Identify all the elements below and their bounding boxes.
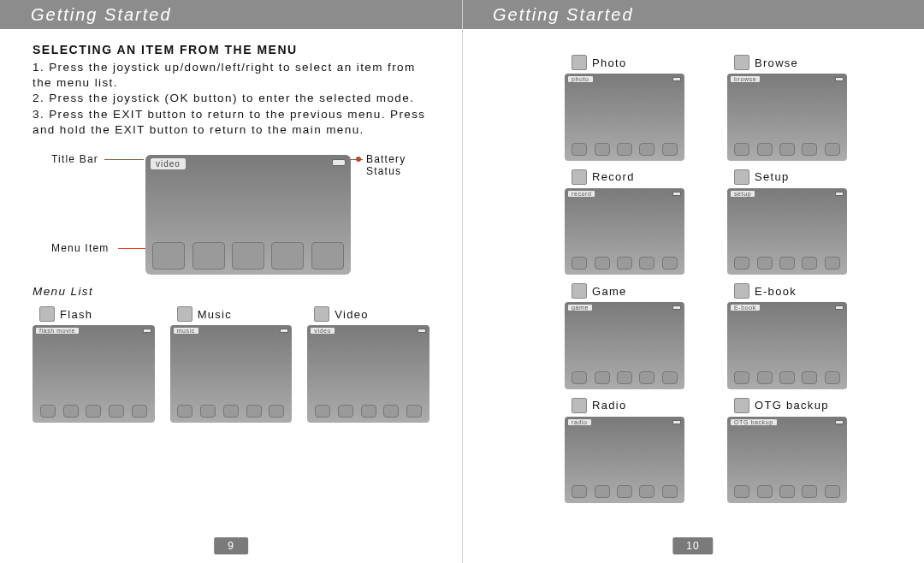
thumb-game: game: [565, 302, 684, 389]
thumb-otg: OTG backup: [727, 417, 847, 504]
cell-label: Photo: [592, 56, 626, 69]
banner-left: Getting Started: [0, 0, 462, 29]
page-left: Getting Started SELECTING AN ITEM FROM T…: [0, 0, 462, 563]
battery-icon: [672, 77, 681, 81]
content-left: SELECTING AN ITEM FROM THE MENU 1. Press…: [0, 29, 462, 423]
battery-icon: [835, 192, 844, 196]
annotated-diagram: Title Bar Battery Status Menu Item video: [51, 150, 411, 278]
cell-label: Radio: [592, 399, 626, 412]
battery-icon: [672, 420, 681, 424]
thumb-title: OTG backup: [731, 419, 777, 425]
steps-block: 1. Press the joystick up/down/left/right…: [33, 60, 429, 138]
cell-label: Record: [592, 170, 635, 183]
browse-icon: [734, 55, 749, 70]
thumb-radio: radio: [565, 417, 684, 504]
menu-icon: [271, 242, 304, 270]
music-icon: [177, 306, 192, 322]
thumb-flash: flash movie: [33, 325, 155, 423]
cell-label: Video: [335, 308, 369, 321]
menu-cell-ebook: E-book E-book: [727, 283, 856, 389]
thumb-title: browse: [731, 76, 760, 82]
menu-cell-flash: Flash flash movie: [33, 306, 155, 423]
flash-icon: [39, 306, 55, 322]
menu-grid-right: Photo photo Browse browse Record rec: [565, 55, 856, 510]
menu-icon: [192, 242, 225, 270]
thumb-record: record: [565, 188, 684, 276]
menu-cell-game: Game game: [565, 283, 693, 389]
thumb-title: setup: [731, 191, 755, 197]
battery-icon: [835, 420, 844, 424]
thumb-setup: setup: [727, 188, 847, 276]
menu-cell-radio: Radio radio: [565, 398, 693, 504]
menu-cell-browse: Browse browse: [727, 55, 856, 161]
label-battery-status: Battery Status: [366, 153, 411, 177]
content-right: Photo photo Browse browse Record rec: [462, 29, 924, 510]
thumb-title: flash movie: [36, 328, 79, 334]
record-icon: [572, 169, 587, 185]
step-2: 2. Press the joystick (OK button) to ent…: [33, 91, 429, 106]
page-divider: [462, 0, 463, 563]
step-3: 3. Press the EXIT button to return to th…: [33, 107, 429, 138]
menu-icon: [311, 242, 344, 270]
cell-label: OTG backup: [755, 399, 829, 412]
thumb-ebook: E-book: [727, 302, 847, 389]
thumb-photo: photo: [565, 74, 684, 161]
page-number-right: 10: [672, 537, 713, 554]
game-icon: [572, 283, 587, 299]
menu-cell-photo: Photo photo: [565, 55, 693, 161]
cell-label: Flash: [60, 308, 92, 321]
ebook-icon: [734, 283, 749, 299]
battery-icon: [835, 305, 844, 310]
menu-cell-music: Music music: [170, 306, 293, 423]
step-1: 1. Press the joystick up/down/left/right…: [33, 60, 429, 91]
menu-cell-otg: OTG backup OTG backup: [727, 398, 856, 504]
thumb-music: music: [170, 325, 293, 423]
battery-icon: [672, 192, 681, 196]
thumb-title: game: [568, 305, 592, 311]
battery-icon: [143, 329, 151, 333]
thumb-title: music: [174, 328, 198, 334]
menu-cell-video: Video video: [307, 306, 429, 423]
menu-grid-left: Flash flash movie Music music Video v: [33, 306, 429, 423]
thumb-video: video: [307, 325, 429, 423]
thumb-title: record: [568, 191, 595, 197]
cell-label: E-book: [755, 285, 797, 298]
photo-icon: [572, 55, 587, 70]
battery-icon: [835, 77, 844, 81]
cell-label: Browse: [755, 56, 798, 69]
page-number-left: 9: [214, 537, 248, 554]
thumb-title: E-book: [731, 305, 760, 311]
banner-right: Getting Started: [462, 0, 924, 29]
battery-icon: [280, 329, 288, 333]
label-menu-item: Menu Item: [51, 242, 110, 254]
page-right: Getting Started Photo photo Browse brows…: [462, 0, 924, 563]
cell-label: Music: [198, 308, 232, 321]
video-icon: [314, 306, 329, 322]
thumb-browse: browse: [727, 74, 847, 161]
diagram-screen-title: video: [151, 158, 186, 169]
menu-cell-record: Record record: [565, 169, 693, 276]
section-title: SELECTING AN ITEM FROM THE MENU: [33, 43, 429, 56]
otg-backup-icon: [734, 398, 749, 413]
menu-list-heading: Menu List: [33, 285, 429, 298]
thumb-title: photo: [568, 76, 593, 82]
setup-icon: [734, 169, 749, 185]
battery-icon: [332, 159, 346, 166]
thumb-title: video: [311, 328, 335, 334]
menu-icon: [152, 242, 185, 270]
battery-icon: [672, 305, 681, 310]
radio-icon: [572, 398, 587, 413]
diagram-screen: video: [145, 155, 351, 275]
battery-icon: [418, 329, 426, 333]
cell-label: Setup: [755, 170, 789, 183]
cell-label: Game: [592, 285, 627, 298]
menu-icon: [232, 242, 264, 270]
menu-cell-setup: Setup setup: [727, 169, 856, 276]
diagram-icon-row: [145, 242, 351, 270]
thumb-title: radio: [568, 419, 591, 425]
label-title-bar: Title Bar: [51, 153, 98, 165]
